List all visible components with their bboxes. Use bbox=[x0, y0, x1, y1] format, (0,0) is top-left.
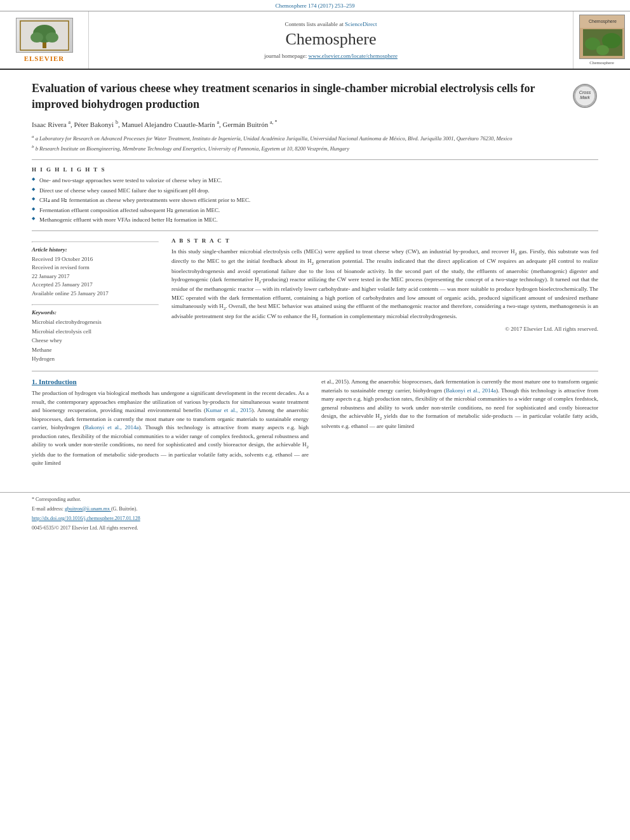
body-section: 1. Introduction The production of hydrog… bbox=[32, 378, 598, 471]
issn-line: 0045-6535/© 2017 Elsevier Ltd. All right… bbox=[32, 524, 598, 532]
email-note: E-mail address: gbuitron@ii.unam.mx (G. … bbox=[32, 505, 598, 513]
body-left-col: 1. Introduction The production of hydrog… bbox=[32, 378, 309, 471]
keywords-label: Keywords: bbox=[32, 309, 159, 316]
sciencedirect-link[interactable]: ScienceDirect bbox=[345, 21, 377, 27]
journal-title: Chemosphere bbox=[286, 30, 377, 49]
corresponding-author-note: * Corresponding author. bbox=[32, 496, 598, 503]
divider-before-intro bbox=[32, 371, 598, 371]
journal-cover-image: Chemosphere bbox=[579, 15, 625, 59]
elsevier-tree-image bbox=[16, 18, 73, 53]
keyword-3: Cheese whey bbox=[32, 336, 159, 345]
main-content: Evaluation of various cheese whey treatm… bbox=[0, 70, 630, 479]
homepage-prefix: journal homepage: bbox=[264, 53, 307, 59]
abstract-label: A B S T R A C T bbox=[171, 237, 598, 244]
highlight-item-2: Direct use of cheese whey caused MEC fai… bbox=[32, 187, 598, 195]
journal-homepage: journal homepage: www.elsevier.com/locat… bbox=[264, 53, 398, 59]
article-info-col: Article history: Received 19 October 201… bbox=[32, 237, 159, 363]
journal-header: ELSEVIER Contents lists available at Sci… bbox=[0, 11, 630, 70]
crossmark-icon: Cross Mark bbox=[573, 84, 597, 108]
elsevier-logo-section: ELSEVIER bbox=[0, 11, 89, 69]
article-title: Evaluation of various cheese whey treatm… bbox=[32, 81, 563, 112]
crossmark-badge[interactable]: Cross Mark bbox=[573, 84, 598, 109]
keywords-section: Keywords: Microbial electrohydrogenesis … bbox=[32, 304, 159, 363]
footnote-section: * Corresponding author. E-mail address: … bbox=[0, 492, 630, 532]
highlights-section: H I G H L I G H T S One- and two-stage a… bbox=[32, 166, 598, 224]
keywords-divider bbox=[32, 304, 159, 305]
svg-text:Mark: Mark bbox=[580, 95, 590, 100]
highlights-label: H I G H L I G H T S bbox=[32, 166, 598, 173]
homepage-url[interactable]: www.elsevier.com/locate/chemosphere bbox=[309, 53, 398, 59]
bakonyi-ref-link[interactable]: Bakonyi et al., 2014a bbox=[85, 424, 139, 430]
elsevier-brand-label: ELSEVIER bbox=[24, 55, 65, 62]
highlight-item-1: One- and two-stage approaches were teste… bbox=[32, 177, 598, 185]
body-right-col: et al., 2015). Among the anaerobic biopr… bbox=[321, 378, 598, 471]
intro-paragraph-left: The production of hydrogen via biologica… bbox=[32, 389, 309, 467]
keyword-5: Hydrogen bbox=[32, 354, 159, 363]
accepted-date: Accepted 25 January 2017 bbox=[32, 281, 159, 290]
journal-info-center: Contents lists available at ScienceDirec… bbox=[89, 11, 573, 69]
highlight-item-5: Methanogenic effluent with more VFAs ind… bbox=[32, 216, 598, 224]
info-top-divider bbox=[32, 241, 159, 243]
abstract-col: A B S T R A C T In this study single-cha… bbox=[171, 237, 598, 363]
svg-point-12 bbox=[596, 45, 609, 55]
svg-point-4 bbox=[46, 32, 58, 43]
journal-volume-ref: Chemosphere 174 (2017) 253–259 bbox=[275, 3, 354, 9]
highlights-list: One- and two-stage approaches were teste… bbox=[32, 177, 598, 224]
journal-cover-label: Chemosphere bbox=[589, 60, 614, 65]
affiliation-a: a a Laboratory for Research on Advanced … bbox=[32, 134, 598, 143]
keyword-1: Microbial electrohydrogenesis bbox=[32, 317, 159, 326]
affiliation-b: b b Research Institute on Bioengineering… bbox=[32, 144, 598, 153]
article-info-abstract-section: Article history: Received 19 October 201… bbox=[32, 237, 598, 363]
kumar-ref-link[interactable]: Kumar et al., 2015 bbox=[206, 407, 251, 413]
keyword-2: Microbial electrolysis cell bbox=[32, 327, 159, 336]
received-revised-date: 22 January 2017 bbox=[32, 272, 159, 281]
intro-heading: 1. Introduction bbox=[32, 378, 309, 385]
article-history-label: Article history: bbox=[32, 246, 159, 253]
svg-point-3 bbox=[30, 32, 43, 43]
bakonyi-ref-link-2[interactable]: Bakonyi et al., 2014a bbox=[446, 387, 496, 394]
received-date: Received 19 October 2016 bbox=[32, 255, 159, 264]
highlight-item-4: Fermentation effluent composition affect… bbox=[32, 206, 598, 215]
abstract-text: In this study single-chamber microbial e… bbox=[171, 248, 598, 322]
journal-cover-section: Chemosphere Chemosphere bbox=[573, 11, 630, 69]
available-online: Available online 25 January 2017 bbox=[32, 290, 159, 298]
divider-after-highlights bbox=[32, 230, 598, 231]
authors-line: Isaac Rivera a, Péter Bakonyi b, Manuel … bbox=[32, 119, 598, 130]
divider-after-authors bbox=[32, 159, 598, 160]
svg-text:Chemosphere: Chemosphere bbox=[589, 19, 617, 24]
sciencedirect-line: Contents lists available at ScienceDirec… bbox=[285, 21, 377, 27]
svg-text:Cross: Cross bbox=[579, 90, 591, 95]
elsevier-logo: ELSEVIER bbox=[16, 18, 73, 62]
keyword-4: Methane bbox=[32, 345, 159, 354]
intro-paragraph-right: et al., 2015). Among the anaerobic biopr… bbox=[321, 378, 598, 430]
copyright-line: © 2017 Elsevier Ltd. All rights reserved… bbox=[171, 326, 598, 332]
article-title-section: Evaluation of various cheese whey treatm… bbox=[32, 77, 598, 112]
highlight-item-3: CH₄ and H₂ fermentation as cheese whey p… bbox=[32, 196, 598, 204]
doi-link[interactable]: http://dx.doi.org/10.1016/j.chemosphere.… bbox=[32, 516, 140, 521]
received-revised-label: Received in revised form bbox=[32, 263, 159, 272]
email-link[interactable]: gbuitron@ii.unam.mx bbox=[65, 506, 111, 512]
contents-available-text: Contents lists available at bbox=[285, 21, 344, 27]
journal-reference-bar: Chemosphere 174 (2017) 253–259 bbox=[0, 0, 630, 11]
doi-line: http://dx.doi.org/10.1016/j.chemosphere.… bbox=[32, 515, 598, 523]
